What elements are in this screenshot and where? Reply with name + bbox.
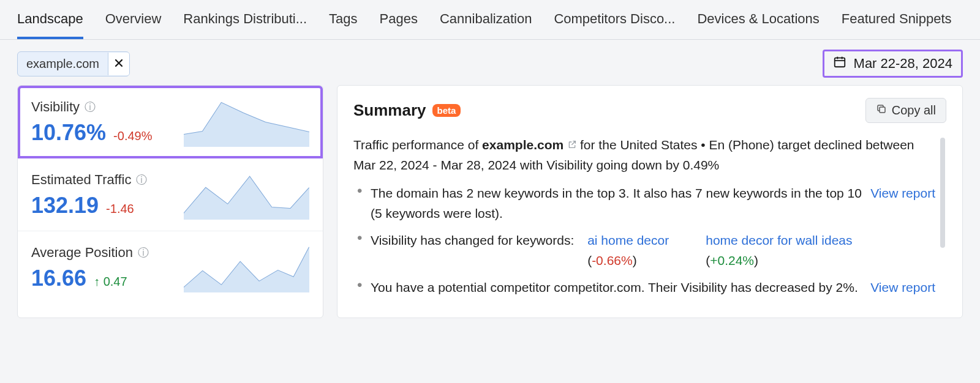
metric-title-label: Visibility	[31, 99, 80, 115]
tab-competitors-discovery[interactable]: Competitors Disco...	[554, 11, 675, 39]
beta-badge: beta	[432, 104, 461, 117]
copy-icon	[876, 103, 887, 117]
metric-visibility[interactable]: Visibility ⓘ 10.76% -0.49%	[18, 86, 323, 158]
keyword-delta: -0.66%	[592, 253, 633, 267]
info-icon[interactable]: ⓘ	[85, 100, 96, 114]
view-report-link[interactable]: View report	[870, 184, 935, 204]
tabs-bar: Landscape Overview Rankings Distributi..…	[0, 0, 980, 40]
summary-intro: Traffic performance of example.com for t…	[353, 135, 935, 175]
scrollbar[interactable]	[940, 138, 945, 248]
tab-featured-snippets[interactable]: Featured Snippets	[842, 11, 952, 39]
keyword-link[interactable]: ai home decor	[587, 233, 669, 247]
tab-overview[interactable]: Overview	[105, 11, 162, 39]
copy-all-button[interactable]: Copy all	[865, 98, 946, 123]
filters-row: example.com Mar 22-28, 2024	[0, 40, 980, 85]
summary-bullet-keywords: View report The domain has 2 new keyword…	[357, 184, 935, 223]
metric-estimated-traffic[interactable]: Estimated Traffic ⓘ 132.19 -1.46	[18, 158, 323, 231]
metric-title-label: Average Position	[31, 245, 133, 261]
tab-cannibalization[interactable]: Cannibalization	[440, 11, 532, 39]
domain-filter-label: example.com	[18, 52, 108, 76]
tab-rankings-distribution[interactable]: Rankings Distributi...	[183, 11, 307, 39]
summary-bullet-visibility-keywords: Visibility has changed for keywords: ai …	[357, 231, 935, 270]
tab-landscape[interactable]: Landscape	[17, 11, 83, 39]
metric-delta: ↑ 0.47	[94, 275, 127, 289]
metric-value: 132.19	[31, 193, 99, 218]
summary-bullet-competitor: View report You have a potential competi…	[357, 278, 935, 298]
metric-value: 16.66	[31, 266, 86, 291]
keyword-delta: +0.24%	[710, 253, 754, 267]
tab-pages[interactable]: Pages	[380, 11, 418, 39]
metric-delta: -1.46	[106, 202, 134, 216]
summary-body: Traffic performance of example.com for t…	[353, 135, 946, 298]
svg-rect-1	[880, 107, 885, 113]
date-range-picker[interactable]: Mar 22-28, 2024	[823, 50, 963, 78]
metrics-panel: Visibility ⓘ 10.76% -0.49%	[17, 85, 323, 318]
sparkline	[184, 98, 309, 147]
summary-panel: Summary beta Copy all Traffic performanc…	[337, 85, 963, 318]
summary-title: Summary	[353, 101, 426, 120]
info-icon[interactable]: ⓘ	[136, 173, 147, 187]
metric-title-label: Estimated Traffic	[31, 172, 131, 188]
copy-label: Copy all	[892, 103, 936, 117]
external-link-icon[interactable]	[567, 139, 580, 152]
close-icon[interactable]	[108, 53, 129, 75]
sparkline	[184, 244, 309, 292]
content-area: Visibility ⓘ 10.76% -0.49%	[0, 85, 980, 318]
svg-rect-0	[834, 58, 845, 67]
view-report-link[interactable]: View report	[870, 278, 935, 298]
keyword-link[interactable]: home decor for wall ideas	[706, 233, 852, 247]
metric-value: 10.76%	[31, 120, 106, 146]
tab-devices-locations[interactable]: Devices & Locations	[697, 11, 819, 39]
calendar-icon	[833, 55, 846, 72]
metric-delta: -0.49%	[113, 129, 152, 143]
date-range-label: Mar 22-28, 2024	[854, 56, 952, 72]
metric-average-position[interactable]: Average Position ⓘ 16.66 ↑ 0.47	[18, 231, 323, 303]
info-icon[interactable]: ⓘ	[138, 245, 149, 260]
sparkline	[184, 171, 309, 220]
tab-tags[interactable]: Tags	[329, 11, 357, 39]
domain-filter-chip[interactable]: example.com	[17, 51, 130, 76]
